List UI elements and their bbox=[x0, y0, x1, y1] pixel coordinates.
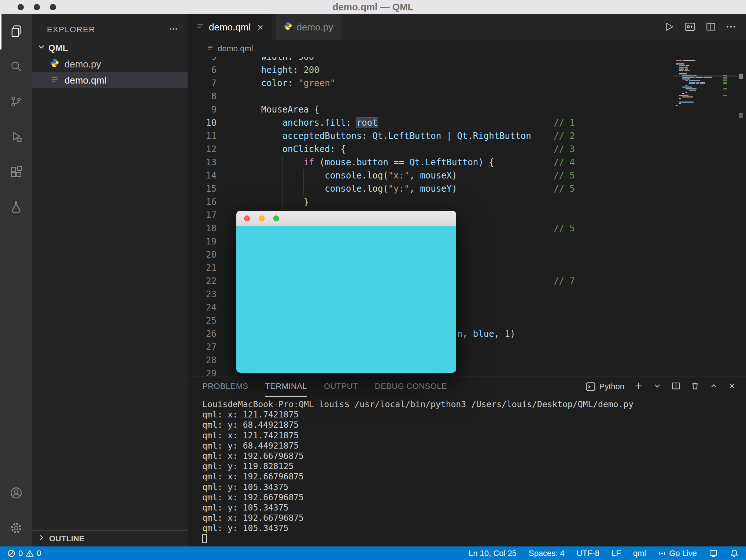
accounts-button[interactable] bbox=[0, 476, 32, 511]
language-mode[interactable]: qml bbox=[633, 549, 646, 558]
line-number: 21 bbox=[188, 261, 217, 275]
file-item-demo-qml[interactable]: demo.qml bbox=[32, 72, 188, 88]
minimap-line bbox=[684, 67, 688, 68]
line-text: console.log("y:", mouseY) bbox=[240, 182, 457, 195]
notifications-bell-icon[interactable] bbox=[730, 549, 739, 558]
line-number: 6 bbox=[188, 63, 217, 77]
encoding-setting[interactable]: UTF-8 bbox=[577, 549, 599, 558]
line-number: 12 bbox=[188, 143, 217, 156]
line-number: 8 bbox=[188, 90, 217, 103]
line-number: 13 bbox=[188, 156, 217, 169]
line-comment: // 7 bbox=[554, 275, 575, 288]
code-line[interactable]: 12 onClicked: {// 3 bbox=[188, 143, 746, 156]
code-line[interactable]: 8 bbox=[188, 90, 746, 103]
code-line[interactable]: 9 MouseArea { bbox=[188, 103, 746, 116]
line-comment: // 5 bbox=[554, 222, 575, 235]
file-item-demo-py[interactable]: demo.py bbox=[32, 56, 188, 72]
terminal-line: qml: x: 121.7421875 bbox=[202, 430, 746, 441]
cursor-position[interactable]: Ln 10, Col 25 bbox=[469, 549, 517, 558]
explorer-more-actions-icon[interactable] bbox=[169, 24, 178, 35]
indentation-setting[interactable]: Spaces: 4 bbox=[529, 549, 565, 558]
minimap-line bbox=[679, 70, 683, 71]
minimap-line bbox=[689, 83, 695, 84]
minimap-line bbox=[686, 65, 689, 66]
app-close-button[interactable] bbox=[244, 215, 250, 221]
file-label: demo.py bbox=[64, 59, 101, 70]
minimap-line bbox=[679, 69, 684, 70]
sidebar-item-testing[interactable] bbox=[0, 190, 32, 225]
terminal-line: qml: x: 192.66796875 bbox=[202, 471, 746, 482]
sidebar-item-search[interactable] bbox=[0, 49, 32, 85]
line-number: 17 bbox=[188, 209, 217, 222]
kill-terminal-icon[interactable] bbox=[690, 381, 700, 392]
terminal-line: qml: x: 192.66796875 bbox=[202, 513, 746, 523]
line-comment: // 2 bbox=[554, 129, 575, 143]
minimap-line bbox=[676, 63, 684, 65]
line-number: 19 bbox=[188, 235, 217, 248]
sidebar-item-source-control[interactable] bbox=[0, 85, 32, 120]
code-line[interactable]: 7 color: "green" bbox=[188, 77, 746, 90]
sidebar-item-run-debug[interactable] bbox=[0, 120, 32, 155]
panel-tab-terminal[interactable]: TERMINAL bbox=[265, 376, 307, 397]
go-live-button[interactable]: Go Live bbox=[658, 549, 697, 558]
line-number: 22 bbox=[188, 275, 217, 288]
code-line[interactable]: 11 acceptedButtons: Qt.LeftButton | Qt.R… bbox=[188, 129, 746, 143]
code-line[interactable]: 15 console.log("y:", mouseY)// 5 bbox=[188, 182, 746, 195]
eol-setting[interactable]: LF bbox=[612, 549, 621, 558]
code-line[interactable]: 10 anchors.fill: root// 1 bbox=[188, 116, 746, 129]
sidebar-item-extensions[interactable] bbox=[0, 155, 32, 190]
run-file-icon[interactable] bbox=[663, 21, 675, 34]
errors-indicator[interactable]: 0 bbox=[7, 549, 23, 558]
line-comment: // 1 bbox=[554, 116, 575, 129]
minimap-line bbox=[679, 103, 681, 104]
line-text: console.log("x:", mouseX) bbox=[240, 169, 457, 182]
qml-file-icon bbox=[50, 74, 59, 86]
code-line[interactable]: 16 } bbox=[188, 195, 746, 209]
minimap[interactable] bbox=[673, 57, 737, 376]
go-live-label: Go Live bbox=[669, 549, 697, 558]
terminal-output[interactable]: LouisdeMacBook-Pro:QML louis$ /usr/local… bbox=[188, 397, 746, 545]
overview-ruler-mark bbox=[739, 74, 743, 79]
new-terminal-icon[interactable] bbox=[634, 381, 643, 392]
minimap-line bbox=[682, 75, 693, 76]
minimap-line bbox=[696, 83, 699, 84]
remote-screen-icon[interactable] bbox=[709, 549, 718, 558]
warnings-indicator[interactable]: 0 bbox=[26, 549, 41, 558]
tab-demo-py[interactable]: demo.py bbox=[276, 14, 341, 40]
line-number: 20 bbox=[188, 248, 217, 261]
line-text: anchors.fill: root bbox=[240, 116, 378, 129]
binary-preview-icon[interactable] bbox=[684, 21, 696, 34]
folder-section-qml[interactable]: QML bbox=[32, 40, 188, 56]
close-tab-icon[interactable]: × bbox=[257, 22, 263, 33]
more-actions-icon[interactable] bbox=[725, 21, 736, 34]
panel-tab-output[interactable]: OUTPUT bbox=[324, 376, 358, 397]
minimap-line bbox=[686, 85, 687, 86]
code-line[interactable]: 13 if (mouse.button == Qt.LeftButton) {/… bbox=[188, 156, 746, 169]
editor-tab-bar: demo.qml × demo.py bbox=[188, 14, 746, 40]
sidebar-item-explorer[interactable] bbox=[0, 14, 32, 49]
panel-tab-problems[interactable]: PROBLEMS bbox=[202, 376, 248, 397]
qml-app-canvas[interactable] bbox=[236, 226, 456, 373]
split-terminal-icon[interactable] bbox=[671, 381, 681, 392]
qml-app-window[interactable] bbox=[236, 211, 456, 373]
breadcrumb[interactable]: demo.qml bbox=[188, 40, 746, 57]
settings-button[interactable] bbox=[0, 511, 32, 546]
flask-icon bbox=[9, 200, 23, 215]
outline-section[interactable]: OUTLINE bbox=[32, 530, 188, 546]
panel-tab-debug-console[interactable]: DEBUG CONSOLE bbox=[375, 376, 447, 397]
app-minimize-button[interactable] bbox=[259, 215, 265, 221]
tab-demo-qml[interactable]: demo.qml × bbox=[188, 14, 272, 40]
split-editor-icon[interactable] bbox=[705, 21, 717, 34]
terminal-shell-selector[interactable]: Python bbox=[586, 382, 625, 392]
shell-label: Python bbox=[599, 382, 625, 391]
terminal-dropdown-icon[interactable] bbox=[653, 382, 662, 392]
code-line[interactable]: 5 width: 300 bbox=[188, 57, 746, 63]
code-line[interactable]: 14 console.log("x:", mouseX)// 5 bbox=[188, 169, 746, 182]
app-zoom-button[interactable] bbox=[273, 215, 279, 221]
minimap-line bbox=[676, 105, 677, 106]
close-panel-icon[interactable] bbox=[728, 382, 736, 392]
maximize-panel-icon[interactable] bbox=[709, 382, 718, 392]
code-line[interactable]: 6 height: 200 bbox=[188, 63, 746, 77]
terminal-line: qml: x: 121.7421875 bbox=[202, 409, 746, 420]
minimap-line bbox=[695, 77, 703, 78]
